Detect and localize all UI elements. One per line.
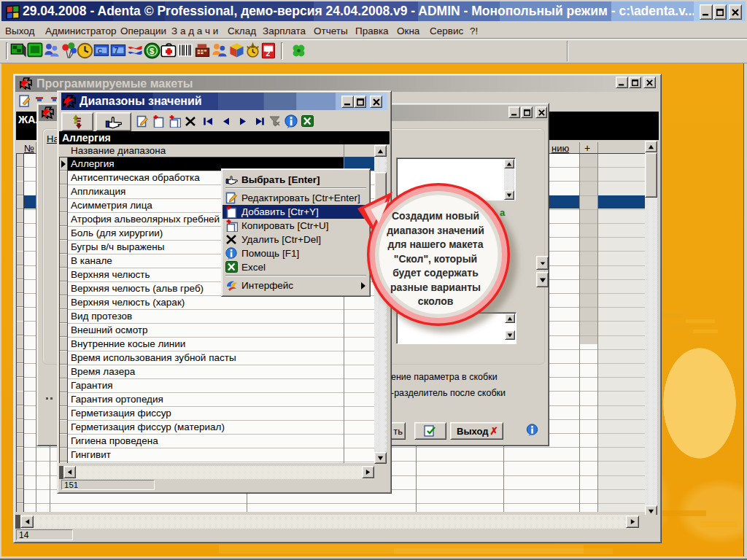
svg-text:C: C bbox=[98, 47, 103, 55]
svg-text:2: 2 bbox=[266, 50, 271, 58]
svg-text:$: $ bbox=[150, 47, 155, 55]
svg-text:7: 7 bbox=[115, 47, 119, 55]
